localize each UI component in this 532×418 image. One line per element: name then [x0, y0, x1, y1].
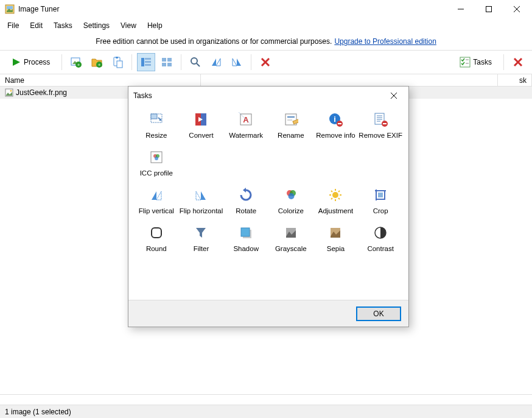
- task-label: Sepia: [327, 245, 345, 252]
- magnifier-icon: [189, 56, 201, 68]
- svg-marker-30: [237, 58, 241, 66]
- add-folder-button[interactable]: +: [88, 53, 106, 71]
- column-name[interactable]: Name: [0, 74, 201, 86]
- svg-marker-75: [243, 188, 246, 193]
- flip-h-toolbar-button[interactable]: [228, 53, 246, 71]
- task-flip-horizontal[interactable]: Flip horizontal: [180, 184, 223, 218]
- colorize-icon: [284, 188, 298, 202]
- tasks-label: Tasks: [473, 58, 492, 66]
- crop-icon: [373, 188, 388, 202]
- remove-button[interactable]: [256, 53, 275, 71]
- status-text: 1 image (1 selected): [5, 408, 71, 416]
- svg-point-40: [10, 90, 12, 92]
- task-label: Round: [146, 245, 167, 252]
- svg-marker-73: [196, 191, 201, 200]
- sepia-icon: [328, 225, 343, 240]
- menu-tasks[interactable]: Tasks: [49, 20, 77, 31]
- remove-exif-icon: [373, 112, 388, 127]
- view-details-button[interactable]: [137, 53, 155, 71]
- toolbar: Process + + Tasks: [0, 50, 532, 74]
- task-crop[interactable]: Crop: [359, 184, 402, 218]
- flip-v-toolbar-button[interactable]: [207, 53, 225, 71]
- triangle-left-icon: [210, 56, 222, 68]
- task-rename[interactable]: Rename: [269, 108, 313, 143]
- task-shadow[interactable]: Shadow: [224, 222, 268, 256]
- filter-icon: [194, 225, 208, 240]
- maximize-button[interactable]: [475, 0, 503, 18]
- task-round[interactable]: Round: [135, 222, 178, 256]
- dialog-close-button[interactable]: [384, 88, 404, 103]
- task-rotate[interactable]: Rotate: [224, 184, 268, 218]
- separator: [181, 54, 181, 70]
- adjustment-icon: [328, 188, 343, 202]
- svg-rect-21: [162, 58, 166, 62]
- svg-point-78: [288, 193, 294, 199]
- ok-button[interactable]: OK: [356, 306, 401, 321]
- separator: [251, 54, 251, 70]
- task-contrast[interactable]: Contrast: [359, 222, 402, 256]
- svg-rect-15: [116, 57, 118, 58]
- separator: [61, 54, 62, 70]
- menu-help[interactable]: Help: [142, 20, 167, 31]
- task-watermark[interactable]: AWatermark: [224, 108, 268, 143]
- dialog-footer: OK: [128, 300, 408, 327]
- menu-settings[interactable]: Settings: [79, 20, 114, 31]
- menu-view[interactable]: View: [116, 20, 141, 31]
- separator: [131, 54, 132, 70]
- watermark-icon: A: [239, 112, 253, 127]
- task-filter[interactable]: Filter: [180, 222, 223, 256]
- svg-point-79: [332, 192, 338, 198]
- task-label: Remove EXIF: [359, 132, 402, 139]
- round-icon: [149, 225, 164, 240]
- task-resize[interactable]: Resize: [135, 108, 178, 143]
- zoom-button[interactable]: [186, 53, 205, 71]
- menubar: File Edit Tasks Settings View Help: [0, 18, 532, 33]
- svg-rect-17: [141, 58, 144, 66]
- task-colorize[interactable]: Colorize: [269, 184, 313, 218]
- column-task[interactable]: sk: [498, 74, 532, 86]
- svg-point-25: [191, 58, 197, 64]
- task-convert[interactable]: Convert: [180, 108, 223, 143]
- notice-text: Free edition cannot be used in organizat…: [96, 37, 332, 46]
- close-button[interactable]: [503, 0, 531, 18]
- contrast-icon: [373, 225, 388, 240]
- task-sepia[interactable]: Sepia: [314, 222, 358, 256]
- svg-rect-95: [241, 228, 250, 236]
- task-flip-vertical[interactable]: Flip vertical: [135, 184, 178, 218]
- shadow-icon: [239, 225, 253, 240]
- svg-rect-89: [378, 193, 383, 197]
- task-adjustment[interactable]: Adjustment: [314, 184, 358, 218]
- window-controls: [447, 0, 531, 18]
- flip-horizontal-icon: [194, 188, 208, 202]
- task-remove-exif[interactable]: Remove EXIF: [359, 108, 402, 143]
- upgrade-link[interactable]: Upgrade to Professional edition: [334, 37, 436, 46]
- task-grayscale[interactable]: Grayscale: [269, 222, 313, 256]
- svg-line-26: [197, 63, 200, 66]
- tasks-button[interactable]: Tasks: [453, 53, 499, 71]
- titlebar: Image Tuner: [0, 0, 532, 18]
- task-label: Watermark: [229, 132, 263, 139]
- rotate-icon: [239, 188, 253, 202]
- tasks-grid: ResizeConvertAWatermarkRenameiRemove inf…: [135, 108, 402, 256]
- task-label: Crop: [373, 207, 388, 214]
- task-label: Filter: [194, 245, 209, 252]
- task-icc-profile[interactable]: ICC profile: [135, 146, 178, 180]
- menu-edit[interactable]: Edit: [25, 20, 47, 31]
- svg-line-84: [331, 191, 332, 192]
- play-icon: [12, 57, 21, 67]
- tasks-dialog: Tasks ResizeConvertAWatermarkRenameiRemo…: [128, 86, 409, 327]
- process-label: Process: [24, 58, 50, 66]
- svg-marker-93: [196, 228, 206, 238]
- add-image-button[interactable]: +: [67, 53, 85, 71]
- svg-text:i: i: [334, 115, 337, 124]
- divider: [0, 394, 532, 395]
- remove-task-button[interactable]: [509, 53, 527, 71]
- view-thumbnails-button[interactable]: [158, 53, 176, 71]
- x-red-icon: [261, 57, 270, 67]
- paste-button[interactable]: [108, 53, 127, 71]
- dialog-title: Tasks: [133, 91, 384, 100]
- minimize-button[interactable]: [447, 0, 475, 18]
- process-button[interactable]: Process: [5, 53, 57, 71]
- menu-file[interactable]: File: [2, 20, 24, 31]
- task-remove-info[interactable]: iRemove info: [314, 108, 358, 143]
